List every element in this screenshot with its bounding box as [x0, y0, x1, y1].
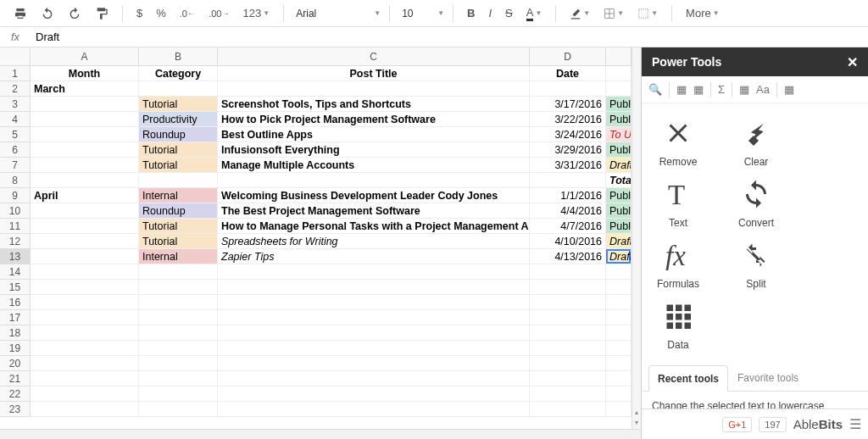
- cell-month[interactable]: [31, 386, 139, 402]
- cell-status[interactable]: Draft: [606, 234, 632, 249]
- row-header[interactable]: 20: [0, 356, 31, 371]
- formula-input[interactable]: [31, 27, 868, 47]
- tool-remove[interactable]: Remove: [652, 117, 704, 168]
- font-size-select[interactable]: [398, 6, 432, 21]
- row-header[interactable]: 7: [0, 158, 31, 173]
- cell-date[interactable]: 3/31/2016: [530, 158, 606, 173]
- cell-status[interactable]: Draft: [606, 158, 632, 173]
- cell-category[interactable]: Roundup: [139, 203, 218, 219]
- cell-status[interactable]: [606, 264, 632, 280]
- dedupe-icon[interactable]: ▦: [676, 83, 687, 96]
- print-icon[interactable]: [8, 3, 32, 24]
- paint-format-icon[interactable]: [90, 3, 114, 24]
- cell-month[interactable]: [31, 280, 139, 295]
- cell-month[interactable]: [31, 142, 139, 158]
- cell-month[interactable]: [31, 219, 139, 234]
- cell-post-title[interactable]: How to Pick Project Management Software: [218, 112, 530, 127]
- cell-category[interactable]: [139, 386, 218, 402]
- cell-post-title[interactable]: [218, 264, 530, 280]
- cell-month[interactable]: April: [31, 188, 139, 203]
- sigma-icon[interactable]: Σ: [718, 83, 725, 96]
- cell-month[interactable]: [31, 97, 139, 112]
- scroll-up-icon[interactable]: ▴: [632, 408, 641, 419]
- remove-dup-icon[interactable]: ▦: [693, 83, 704, 96]
- cell-date[interactable]: 4/13/2016: [530, 249, 606, 264]
- cell-category[interactable]: [139, 173, 218, 188]
- cell-status[interactable]: [606, 295, 632, 310]
- number-format-button[interactable]: 123▼: [238, 3, 275, 23]
- row-header[interactable]: 8: [0, 173, 31, 188]
- cell-status[interactable]: Publ: [606, 219, 632, 234]
- cell-post-title[interactable]: The Best Project Management Software: [218, 203, 530, 219]
- cell-category[interactable]: Tutorial: [139, 158, 218, 173]
- col-header-e[interactable]: [606, 47, 632, 66]
- cell-date[interactable]: [530, 264, 606, 280]
- tool-data[interactable]: Data: [652, 300, 704, 351]
- decrease-decimal-icon[interactable]: .0←: [175, 5, 200, 22]
- increase-decimal-icon[interactable]: .00→: [203, 5, 234, 22]
- cell-status[interactable]: [606, 402, 632, 417]
- row-header[interactable]: 22: [0, 386, 31, 402]
- cell-status[interactable]: [606, 386, 632, 402]
- strikethrough-icon[interactable]: S: [500, 3, 518, 23]
- cell-post-title[interactable]: [218, 325, 530, 341]
- cell-date[interactable]: [530, 341, 606, 356]
- italic-icon[interactable]: I: [483, 3, 497, 23]
- cell-month[interactable]: [31, 295, 139, 310]
- cell-month[interactable]: [31, 310, 139, 325]
- cell-month[interactable]: [31, 127, 139, 142]
- row-header[interactable]: 9: [0, 188, 31, 203]
- col-header-c[interactable]: C: [218, 47, 530, 66]
- horizontal-scrollbar[interactable]: [0, 429, 641, 439]
- row-header[interactable]: 5: [0, 127, 31, 142]
- cell-post-title[interactable]: [218, 81, 530, 97]
- cell-date[interactable]: 1/1/2016: [530, 188, 606, 203]
- recent-tool-item[interactable]: Change the selected text to lowercase: [642, 392, 868, 408]
- tool-convert[interactable]: Convert: [730, 178, 782, 229]
- row-header[interactable]: 19: [0, 341, 31, 356]
- header-cell-post-title[interactable]: Post Title: [218, 66, 530, 81]
- select-all-corner[interactable]: [0, 47, 31, 66]
- cell-category[interactable]: [139, 371, 218, 386]
- cell-status[interactable]: Publ: [606, 112, 632, 127]
- cell[interactable]: [606, 66, 632, 81]
- col-header-a[interactable]: A: [31, 47, 139, 66]
- cell-date[interactable]: [530, 325, 606, 341]
- cell-post-title[interactable]: [218, 341, 530, 356]
- cell-category[interactable]: Internal: [139, 249, 218, 264]
- cell-status[interactable]: [606, 81, 632, 97]
- borders-icon[interactable]: ▼: [598, 4, 629, 23]
- cell-date[interactable]: 3/22/2016: [530, 112, 606, 127]
- cell-date[interactable]: [530, 310, 606, 325]
- text-color-icon[interactable]: A▼: [521, 3, 548, 25]
- vertical-scrollbar[interactable]: ▴ ▾: [632, 47, 641, 429]
- cell-status[interactable]: Draft: [606, 249, 632, 264]
- row-header[interactable]: 4: [0, 112, 31, 127]
- cell-date[interactable]: [530, 371, 606, 386]
- cell-category[interactable]: Tutorial: [139, 97, 218, 112]
- cell-category[interactable]: [139, 356, 218, 371]
- cell-date[interactable]: 3/24/2016: [530, 127, 606, 142]
- search-tool-icon[interactable]: 🔍: [648, 83, 662, 96]
- cell-month[interactable]: [31, 158, 139, 173]
- row-header[interactable]: 6: [0, 142, 31, 158]
- col-header-b[interactable]: B: [139, 47, 218, 66]
- cell-post-title[interactable]: Spreadsheets for Writing: [218, 234, 530, 249]
- row-header[interactable]: 21: [0, 371, 31, 386]
- cell-month[interactable]: [31, 402, 139, 417]
- row-header[interactable]: 1: [0, 66, 31, 81]
- cell-status[interactable]: [606, 280, 632, 295]
- cell-status[interactable]: Tota: [606, 173, 632, 188]
- cell-month[interactable]: [31, 173, 139, 188]
- cell-post-title[interactable]: [218, 402, 530, 417]
- bold-icon[interactable]: B: [462, 3, 480, 23]
- cell-post-title[interactable]: How to Manage Personal Tasks with a Proj…: [218, 219, 530, 234]
- cell-month[interactable]: [31, 341, 139, 356]
- cell-post-title[interactable]: [218, 371, 530, 386]
- cell-category[interactable]: [139, 402, 218, 417]
- cell-date[interactable]: 3/29/2016: [530, 142, 606, 158]
- cell-post-title[interactable]: Infusionsoft Everything: [218, 142, 530, 158]
- cell-status[interactable]: [606, 371, 632, 386]
- cell-date[interactable]: [530, 356, 606, 371]
- cell-post-title[interactable]: [218, 280, 530, 295]
